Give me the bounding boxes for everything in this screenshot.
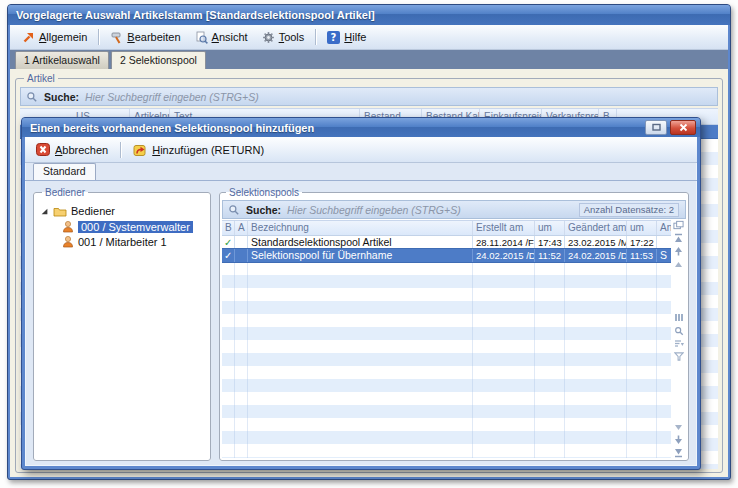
bediener-groupbox: Bediener Bediener 000 / Systemverwalter	[33, 187, 211, 461]
close-button[interactable]	[670, 120, 696, 135]
menu-bearbeiten-label: Bearbeiten	[127, 31, 180, 43]
tab-artikelauswahl[interactable]: 1 Artikelauswahl	[15, 51, 109, 69]
dialog-tabrow: Standard	[25, 163, 697, 180]
pools-table-empty-area	[222, 262, 671, 458]
menu-separator	[98, 29, 99, 45]
bediener-group-label: Bediener	[42, 187, 88, 198]
tree-expander-icon	[40, 207, 49, 216]
folder-icon	[53, 205, 67, 217]
bediener-tree: Bediener 000 / Systemverwalter 001 / Mit…	[38, 201, 206, 251]
column-header-bezeichnung[interactable]: Bezeichnung	[248, 221, 473, 235]
svg-text:?: ?	[331, 32, 337, 43]
menu-hilfe-label: Hilfe	[344, 31, 366, 43]
dialog-titlebar[interactable]: Einen bereits vorhandenen Selektionspool…	[22, 118, 700, 137]
tree-node-mitarbeiter1[interactable]: 001 / Mitarbeiter 1	[62, 234, 204, 249]
artikel-group-label: Artikel	[24, 73, 58, 84]
pools-table-header: B A Bezeichnung Erstellt am um Geändert …	[222, 220, 671, 236]
add-selektionspool-dialog: Einen bereits vorhandenen Selektionspool…	[21, 117, 701, 470]
column-header-b[interactable]: B	[222, 221, 235, 235]
menu-allgemein[interactable]: Allgemein	[16, 29, 93, 46]
grid-nav-strip	[671, 220, 686, 458]
dialog-toolbar: Abbrechen Hinzufügen (RETURN)	[25, 137, 697, 163]
menu-hilfe[interactable]: ? Hilfe	[321, 29, 372, 46]
tab-selektionspool[interactable]: 2 Selektionspool	[111, 51, 206, 69]
created-date: 24.02.2015 /Di	[473, 249, 535, 262]
menu-tools[interactable]: Tools	[256, 29, 311, 46]
column-header-erstellt-um[interactable]: um	[535, 221, 565, 235]
column-header-erstellt-am[interactable]: Erstellt am	[473, 221, 535, 235]
user-icon	[62, 220, 74, 233]
main-window-titlebar[interactable]: Vorgelagerte Auswahl Artikelstamm [Stand…	[8, 5, 730, 25]
help-icon: ?	[327, 31, 340, 44]
an-value: S	[657, 249, 671, 262]
main-tabstrip: 1 Artikelauswahl 2 Selektionspool	[10, 50, 728, 69]
menubar: Allgemein Bearbeiten Ansicht Tools ?	[10, 25, 728, 50]
menu-ansicht-label: Ansicht	[212, 31, 248, 43]
search-icon	[26, 91, 38, 103]
menu-tools-label: Tools	[279, 31, 305, 43]
add-yellow-icon	[133, 143, 147, 157]
screenshot-root: Vorgelagerte Auswahl Artikelstamm [Stand…	[0, 0, 738, 488]
scroll-down-icon[interactable]	[673, 422, 685, 432]
abbrechen-label: Abbrechen	[55, 144, 108, 156]
tree-user-1-label: 001 / Mitarbeiter 1	[78, 236, 167, 248]
magnifier-document-icon	[195, 31, 208, 44]
dialog-content: Bediener Bediener 000 / Systemverwalter	[25, 180, 697, 466]
pools-search-label: Suche:	[246, 204, 281, 216]
column-chooser-icon[interactable]	[673, 220, 685, 230]
tree-user-0-label: 000 / Systemverwalter	[78, 221, 193, 233]
hammer-icon	[110, 31, 123, 44]
pools-search-bar[interactable]: Suche: Hier Suchbegriff eingeben (STRG+S…	[222, 200, 686, 219]
changed-date: 24.02.2015 /Di	[565, 249, 627, 262]
columns-icon[interactable]	[673, 313, 685, 323]
menu-ansicht[interactable]: Ansicht	[189, 29, 254, 46]
filter-icon[interactable]	[673, 352, 685, 362]
move-up-icon[interactable]	[673, 246, 685, 256]
search-icon	[228, 204, 240, 216]
artikel-search-placeholder: Hier Suchbegriff eingeben (STRG+S)	[85, 91, 259, 103]
selektionspools-group-label: Selektionspools	[226, 187, 302, 198]
abbrechen-button[interactable]: Abbrechen	[31, 141, 113, 158]
tab-standard[interactable]: Standard	[33, 163, 96, 180]
user-icon	[62, 235, 74, 248]
menu-separator	[315, 29, 316, 45]
scroll-up-icon[interactable]	[673, 259, 685, 269]
tree-node-bediener[interactable]: Bediener	[40, 203, 204, 219]
pool-row-uebernahme-selected[interactable]: ✓ Selektionspool für Übernhame 24.02.201…	[222, 248, 671, 263]
search-grid-icon[interactable]	[673, 326, 685, 336]
pools-search-placeholder: Hier Suchbegriff eingeben (STRG+S)	[287, 204, 461, 216]
menu-allgemein-label: Allgemein	[39, 31, 87, 43]
column-header-an[interactable]: An	[657, 221, 671, 235]
tree-node-systemverwalter[interactable]: 000 / Systemverwalter	[62, 219, 204, 234]
selektionspools-groupbox: Selektionspools Suche: Hier Suchbegriff …	[219, 187, 689, 461]
record-count-badge: Anzahl Datensätze: 2	[579, 203, 679, 217]
goto-last-icon[interactable]	[673, 448, 685, 458]
column-header-a[interactable]: A	[235, 221, 248, 235]
changed-time: 11:53	[627, 249, 657, 262]
hinzufuegen-button[interactable]: Hinzufügen (RETURN)	[128, 141, 269, 159]
toolbar-separator	[120, 142, 121, 158]
artikel-search-label: Suche:	[44, 91, 79, 103]
cancel-x-icon	[36, 143, 50, 156]
move-down-icon[interactable]	[673, 435, 685, 445]
menu-bearbeiten[interactable]: Bearbeiten	[104, 29, 186, 46]
column-header-geaendert-um[interactable]: um	[627, 221, 657, 235]
pool-name: Selektionspool für Übernhame	[248, 249, 473, 262]
dialog-body: Abbrechen Hinzufügen (RETURN) Standard B…	[25, 137, 697, 466]
artikel-search-bar[interactable]: Suche: Hier Suchbegriff eingeben (STRG+S…	[20, 87, 718, 106]
restore-icon	[651, 123, 662, 132]
hinzufuegen-label: Hinzufügen (RETURN)	[152, 144, 264, 156]
created-time: 11:52	[535, 249, 565, 262]
column-header-geaendert-am[interactable]: Geändert am	[565, 221, 627, 235]
tree-root-label: Bediener	[71, 205, 115, 217]
sort-icon[interactable]	[673, 339, 685, 349]
gear-icon	[262, 31, 275, 44]
main-window-title: Vorgelagerte Auswahl Artikelstamm [Stand…	[16, 9, 375, 21]
checkmark-icon: ✓	[222, 249, 235, 262]
close-icon	[679, 123, 688, 132]
goto-first-icon[interactable]	[673, 233, 685, 243]
arrow-north-east-icon	[22, 31, 35, 44]
restore-button[interactable]	[645, 120, 667, 135]
dialog-title: Einen bereits vorhandenen Selektionspool…	[30, 122, 642, 134]
